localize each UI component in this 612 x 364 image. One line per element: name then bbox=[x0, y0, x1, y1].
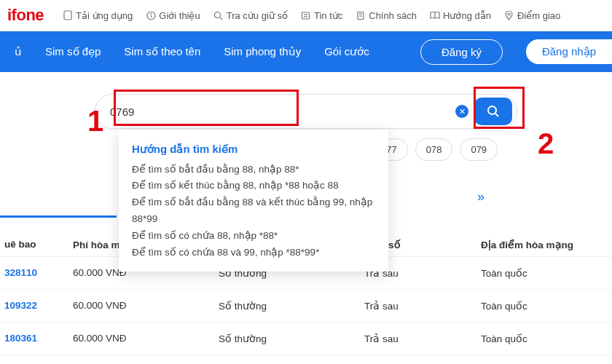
clear-button[interactable]: ✕ bbox=[455, 105, 468, 118]
cell-fee: 60.000 VNĐ bbox=[73, 333, 219, 344]
close-icon: ✕ bbox=[459, 107, 466, 116]
top-download[interactable]: Tải ứng dụng bbox=[63, 10, 133, 21]
tooltip-line: Để tìm số có chứa 88, nhập *88* bbox=[132, 228, 375, 245]
top-download-label: Tải ứng dụng bbox=[76, 10, 133, 21]
nav-home[interactable]: ủ bbox=[15, 45, 22, 58]
col-location: Địa điểm hòa mạng bbox=[481, 239, 605, 250]
nav-pretty-sim[interactable]: Sim số đẹp bbox=[45, 45, 101, 58]
top-bar: ifone Tải ứng dụng Giới thiệu Tra cứu gi… bbox=[0, 0, 612, 31]
tooltip-title: Hướng dẫn tìm kiếm bbox=[132, 140, 375, 159]
cell-sim: 109322 bbox=[0, 300, 73, 312]
cell-fee: 60.000 VNĐ bbox=[73, 300, 219, 312]
top-locations[interactable]: Điểm giao bbox=[504, 10, 560, 21]
phone-icon bbox=[63, 10, 73, 20]
info-icon bbox=[146, 10, 156, 20]
cell-sub: Số thường bbox=[219, 333, 364, 344]
top-news[interactable]: Tin tức bbox=[301, 10, 342, 21]
cell-sim: 180361 bbox=[0, 333, 73, 344]
search-bar: ✕ bbox=[95, 94, 517, 129]
nav-fengshui-sim[interactable]: Sim phong thủy bbox=[224, 45, 301, 58]
top-news-label: Tin tức bbox=[314, 10, 342, 21]
search-small-icon bbox=[213, 10, 224, 20]
svg-rect-6 bbox=[302, 12, 310, 19]
search-button[interactable] bbox=[474, 98, 512, 125]
brand-logo: ifone bbox=[7, 6, 44, 25]
news-icon bbox=[301, 10, 311, 20]
signup-button[interactable]: Đăng ký bbox=[420, 39, 503, 65]
top-guide[interactable]: Hướng dẫn bbox=[430, 10, 491, 21]
nav-packages[interactable]: Gói cước bbox=[324, 45, 369, 58]
nav-sim-by-name[interactable]: Sim số theo tên bbox=[124, 45, 200, 58]
svg-point-4 bbox=[215, 12, 221, 17]
table-row[interactable]: 109322 60.000 VNĐ Số thường Trả sau Toàn… bbox=[0, 290, 612, 323]
top-locations-label: Điểm giao bbox=[517, 10, 560, 21]
svg-line-5 bbox=[220, 17, 222, 20]
top-lookup-label: Tra cứu giữ số bbox=[227, 10, 288, 21]
search-help-tooltip: Hướng dẫn tìm kiếm Để tìm số bắt đầu bằn… bbox=[119, 130, 388, 272]
top-about-label: Giới thiệu bbox=[159, 10, 200, 21]
top-policy[interactable]: Chính sách bbox=[356, 10, 417, 21]
doc-icon bbox=[356, 10, 366, 20]
svg-point-3 bbox=[151, 13, 152, 14]
tooltip-line: Để tìm số bắt đầu bằng 88, nhập 88* bbox=[132, 162, 375, 178]
tooltip-line: Để tìm số có chứa 88 và 99, nhập *88*99* bbox=[132, 245, 375, 261]
tooltip-line: Để tìm số bắt đầu bằng 88 và kết thúc bằ… bbox=[132, 194, 375, 228]
cell-type: Trả sau bbox=[364, 300, 481, 312]
col-sim: uê bao bbox=[0, 239, 73, 250]
top-lookup[interactable]: Tra cứu giữ số bbox=[213, 10, 288, 21]
prefix-chips: 077 078 079 bbox=[370, 138, 498, 161]
book-icon bbox=[430, 10, 440, 20]
svg-point-13 bbox=[508, 13, 510, 15]
cell-sub: Số thường bbox=[219, 300, 364, 312]
signin-button[interactable]: Đăng nhập bbox=[526, 39, 612, 64]
top-about[interactable]: Giới thiệu bbox=[146, 10, 200, 21]
main-nav: ủ Sim số đẹp Sim số theo tên Sim phong t… bbox=[0, 31, 612, 72]
chip-078[interactable]: 078 bbox=[415, 138, 453, 161]
annotation-number-2: 2 bbox=[538, 127, 554, 160]
chip-079[interactable]: 079 bbox=[460, 138, 498, 161]
cell-loc: Toàn quốc bbox=[481, 300, 605, 312]
svg-point-14 bbox=[488, 106, 496, 114]
pin-icon bbox=[504, 10, 514, 20]
cell-sim: 328110 bbox=[0, 267, 73, 279]
cell-loc: Toàn quốc bbox=[481, 333, 605, 344]
annotation-number-1: 1 bbox=[87, 105, 103, 138]
cell-loc: Toàn quốc bbox=[481, 267, 605, 279]
svg-line-15 bbox=[495, 114, 498, 116]
cell-type: Trả sau bbox=[364, 333, 481, 344]
more-chips-button[interactable]: » bbox=[477, 189, 484, 205]
search-icon bbox=[487, 105, 500, 118]
search-input[interactable] bbox=[110, 106, 455, 118]
top-guide-label: Hướng dẫn bbox=[443, 10, 491, 21]
table-row[interactable]: 180361 60.000 VNĐ Số thường Trả sau Toàn… bbox=[0, 323, 612, 355]
svg-rect-0 bbox=[64, 11, 71, 20]
tab-underline bbox=[0, 215, 117, 218]
top-policy-label: Chính sách bbox=[369, 10, 417, 21]
tooltip-line: Để tìm số kết thúc bằng 88, nhập *88 hoặ… bbox=[132, 178, 375, 194]
